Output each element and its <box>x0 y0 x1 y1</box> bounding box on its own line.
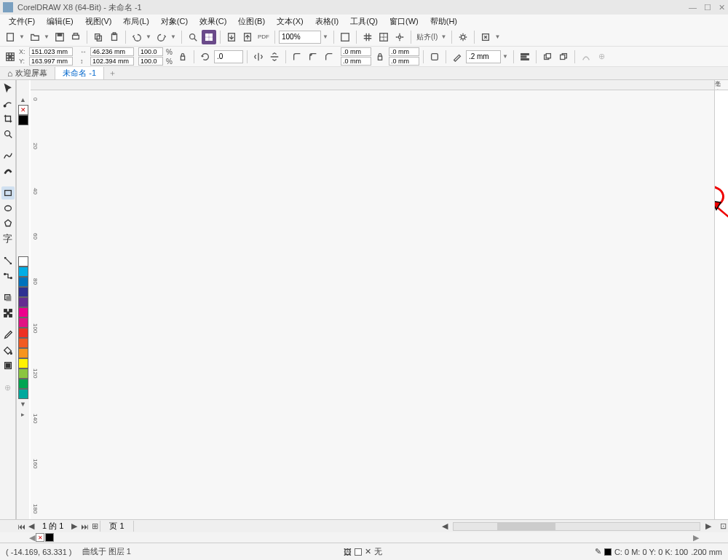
tab-document[interactable]: 未命名 -1 <box>55 67 104 79</box>
menu-bitmaps[interactable]: 位图(B) <box>232 16 271 27</box>
quick-customize-tool[interactable]: ⊕ <box>1 381 15 394</box>
scroll-track[interactable] <box>453 522 700 531</box>
swatch-black[interactable] <box>18 115 28 125</box>
add-page-button[interactable]: ⊞ <box>90 521 100 531</box>
corner-scallop-button[interactable] <box>306 50 320 64</box>
fill-swatch[interactable] <box>355 548 362 556</box>
prev-page-button[interactable]: ◀ <box>26 521 36 531</box>
paste-button[interactable] <box>107 30 122 44</box>
doc-swatch-none[interactable] <box>36 533 44 542</box>
scale-x-input[interactable] <box>138 47 163 56</box>
swatch[interactable] <box>18 389 28 399</box>
rectangle-tool[interactable] <box>1 186 15 200</box>
outline-dropdown[interactable]: ▼ <box>502 53 510 60</box>
new-button[interactable] <box>3 30 17 44</box>
ruler-vertical[interactable]: 020406080100120140160180 <box>31 90 715 519</box>
scale-y-input[interactable] <box>138 57 163 66</box>
print-button[interactable] <box>68 30 83 44</box>
color-proof-icon[interactable]: 🖼 <box>344 548 352 556</box>
swatch[interactable] <box>18 277 28 287</box>
swatch[interactable] <box>18 297 28 307</box>
open-dropdown[interactable]: ▼ <box>44 33 51 40</box>
minimize-button[interactable]: — <box>689 3 697 12</box>
undo-button[interactable] <box>130 30 144 44</box>
ellipse-tool[interactable] <box>1 202 15 215</box>
menu-text[interactable]: 文本(X) <box>271 16 309 27</box>
outline-swatch[interactable] <box>604 548 612 556</box>
drop-shadow-tool[interactable] <box>1 291 15 304</box>
maximize-button[interactable]: ☐ <box>704 3 711 12</box>
convert-curves-button[interactable] <box>579 50 593 64</box>
grid-button[interactable] <box>360 30 375 44</box>
fill-tool[interactable] <box>1 344 15 357</box>
smart-fill-tool[interactable] <box>1 359 15 372</box>
doc-swatch-black[interactable] <box>45 533 54 542</box>
scroll-thumb[interactable] <box>497 523 555 530</box>
back-button[interactable] <box>556 50 571 64</box>
transparency-tool[interactable] <box>1 307 15 320</box>
palette-up[interactable]: ▲ <box>20 95 26 105</box>
crop-tool[interactable] <box>1 112 15 125</box>
undo-dropdown[interactable]: ▼ <box>146 33 153 40</box>
menu-window[interactable]: 窗口(W) <box>384 16 424 27</box>
close-button[interactable]: ✕ <box>719 3 725 12</box>
mirror-h-button[interactable] <box>251 50 266 64</box>
canvas[interactable]: × <box>715 90 728 519</box>
pdf-button[interactable]: PDF <box>256 30 271 44</box>
swatch-none[interactable] <box>18 105 28 115</box>
menu-tools[interactable]: 工具(Q) <box>344 16 384 27</box>
launch-dropdown[interactable]: ▼ <box>494 33 502 40</box>
redo-dropdown[interactable]: ▼ <box>170 33 178 40</box>
redo-button[interactable] <box>154 30 169 44</box>
corner2-input[interactable] <box>341 57 371 66</box>
options-button[interactable] <box>456 30 470 44</box>
ruler-origin[interactable] <box>31 80 715 90</box>
next-page-button[interactable]: ▶ <box>69 521 79 531</box>
last-page-button[interactable]: ⏭ <box>79 522 90 531</box>
zoom-input[interactable] <box>279 31 321 44</box>
corner-round-button[interactable] <box>290 50 304 64</box>
first-page-button[interactable]: ⏮ <box>16 522 26 531</box>
rotation-input[interactable] <box>214 50 243 63</box>
export-button[interactable] <box>240 30 255 44</box>
swatch[interactable] <box>18 307 28 318</box>
artistic-media-tool[interactable] <box>1 165 15 178</box>
copy-button[interactable] <box>91 30 106 44</box>
width-input[interactable] <box>90 47 134 56</box>
menu-object[interactable]: 对象(C) <box>155 16 194 27</box>
pick-tool[interactable] <box>1 82 15 95</box>
swatch[interactable] <box>18 287 28 297</box>
menu-table[interactable]: 表格(I) <box>309 16 344 27</box>
tab-welcome[interactable]: ⌂欢迎屏幕 <box>0 67 55 79</box>
quick-customize-button[interactable]: ⊕ <box>595 50 609 64</box>
palette-prev[interactable]: ◀ <box>29 533 35 543</box>
swatch[interactable] <box>18 368 28 379</box>
menu-effects[interactable]: 效果(C) <box>194 16 232 27</box>
swatch[interactable] <box>18 358 28 368</box>
x-input[interactable] <box>29 47 73 56</box>
eyedropper-tool[interactable] <box>1 328 15 342</box>
connector-tool[interactable] <box>1 269 15 283</box>
swatch[interactable] <box>18 348 28 358</box>
menu-edit[interactable]: 编辑(E) <box>41 16 79 27</box>
palette-down[interactable]: ▼ <box>20 399 26 409</box>
import-button[interactable] <box>224 30 239 44</box>
y-input[interactable] <box>29 57 73 66</box>
nav-icon[interactable]: ⊡ <box>718 521 728 531</box>
menu-layout[interactable]: 布局(L) <box>117 16 154 27</box>
menu-file[interactable]: 文件(F) <box>3 16 41 27</box>
corner3-input[interactable] <box>389 47 419 56</box>
parallel-dim-tool[interactable] <box>1 254 15 267</box>
swatch[interactable] <box>18 267 28 277</box>
swatch[interactable] <box>18 328 28 338</box>
swatch[interactable] <box>18 318 28 328</box>
rel-corner-button[interactable] <box>427 50 442 64</box>
snap-button[interactable] <box>392 30 407 44</box>
scroll-left[interactable]: ◀ <box>440 521 450 531</box>
fullscreen-button[interactable] <box>338 30 352 44</box>
front-button[interactable] <box>540 50 555 64</box>
swatch[interactable] <box>18 256 28 267</box>
corner-lock-button[interactable] <box>373 50 387 64</box>
height-input[interactable] <box>90 57 134 66</box>
new-dropdown[interactable]: ▼ <box>19 33 26 40</box>
